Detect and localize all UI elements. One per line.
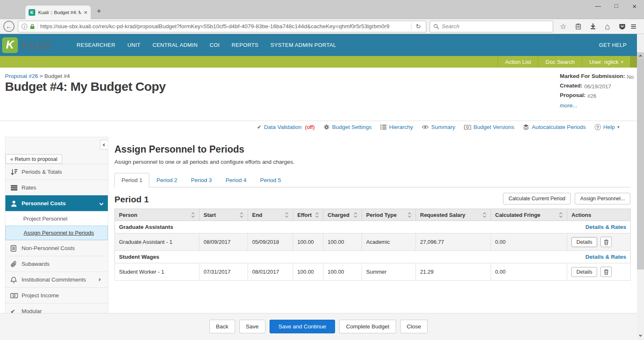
- save-button[interactable]: Save: [239, 320, 265, 333]
- sidebar-item-periods-totals[interactable]: Periods & Totals: [5, 164, 108, 180]
- hierarchy-button[interactable]: Hierarchy: [380, 124, 413, 130]
- cell-end: 08/01/2017: [248, 263, 293, 281]
- tab-period-4[interactable]: Period 4: [226, 173, 246, 187]
- browser-tab[interactable]: K Kuali :: Budget #4: My Budg ×: [25, 5, 91, 19]
- nav-item-reports[interactable]: REPORTS: [232, 42, 259, 48]
- help-menu[interactable]: ? Help ▾: [595, 124, 620, 130]
- site-info-icon[interactable]: i: [22, 24, 27, 29]
- cell-requested-salary: 21.29: [416, 263, 491, 281]
- sidebar-item-institutional-commitments[interactable]: Institutional Commitments: [5, 272, 108, 287]
- tab-period-5[interactable]: Period 5: [260, 173, 281, 187]
- sidebar-item-personnel-costs[interactable]: Personnel Costs: [5, 195, 108, 211]
- breadcrumb-current: Budget #4: [44, 73, 70, 79]
- nav-item-system-admin-portal[interactable]: SYSTEM ADMIN PORTAL: [270, 42, 336, 48]
- kuali-navbar: K Kuali RESEARCHER UNIT CENTRAL ADMIN CO…: [0, 34, 637, 56]
- menu-hamburger-icon[interactable]: ≡: [631, 22, 637, 30]
- window-minimize-button[interactable]: —: [594, 2, 602, 11]
- window-maximize-button[interactable]: □: [612, 2, 620, 11]
- nav-item-researcher[interactable]: RESEARCHER: [77, 42, 115, 48]
- home-icon[interactable]: ⌂: [605, 22, 610, 31]
- budget-versions-button[interactable]: Budget Versions: [464, 124, 514, 130]
- scroll-up-button[interactable]: [637, 52, 644, 60]
- vertical-scrollbar[interactable]: [637, 34, 644, 340]
- search-input[interactable]: [442, 23, 549, 29]
- col-person[interactable]: Person: [115, 209, 199, 221]
- pocket-icon[interactable]: [619, 23, 626, 30]
- sidebar-item-non-personnel-costs[interactable]: Non-Personnel Costs: [5, 240, 108, 256]
- sort-amount-icon: [10, 169, 22, 175]
- tab-close-icon[interactable]: ×: [84, 9, 87, 15]
- calculate-current-period-button[interactable]: Calculate Current Period: [503, 193, 571, 204]
- sidebar-item-label: Project Personnel: [23, 216, 68, 222]
- col-requested-salary[interactable]: Requested Salary: [416, 209, 491, 221]
- new-tab-button[interactable]: +: [97, 7, 101, 16]
- sidebar-collapse-button[interactable]: [100, 140, 108, 150]
- kuali-logo[interactable]: K Kuali: [2, 37, 51, 53]
- details-rates-link[interactable]: Details & Rates: [586, 254, 626, 260]
- tab-period-2[interactable]: Period 2: [156, 173, 177, 187]
- doc-search-link[interactable]: Doc Search: [538, 56, 582, 68]
- url-text[interactable]: https://siue-sbx.kuali.co/res/kc-pd-krad…: [40, 23, 408, 29]
- col-charged[interactable]: Charged: [323, 209, 362, 221]
- col-calculated-fringe[interactable]: Calculated Fringe: [491, 209, 567, 221]
- sidebar-item-subawards[interactable]: Subawards: [5, 256, 108, 272]
- meta-value-marked: No: [627, 74, 634, 80]
- reading-list-icon[interactable]: [575, 23, 581, 30]
- summary-button[interactable]: Summary: [422, 124, 455, 130]
- action-bar: Action List Doc Search User: nglick ▾: [0, 56, 637, 68]
- return-to-proposal-button[interactable]: « Return to proposal: [5, 154, 62, 164]
- col-period-type[interactable]: Period Type: [362, 209, 416, 221]
- search-box[interactable]: [430, 21, 553, 32]
- data-validation-button[interactable]: ✔ Data Validation (off): [257, 124, 315, 130]
- col-effort[interactable]: Effort: [293, 209, 323, 221]
- scroll-down-button[interactable]: [637, 332, 644, 339]
- sidebar-item-rates[interactable]: Rates: [5, 180, 108, 195]
- details-rates-link[interactable]: Details & Rates: [586, 224, 626, 230]
- delete-button[interactable]: [600, 237, 612, 247]
- chevron-right-icon: [98, 278, 101, 281]
- scrollbar-thumb[interactable]: [637, 60, 644, 270]
- url-bar[interactable]: i https://siue-sbx.kuali.co/res/kc-pd-kr…: [18, 21, 426, 32]
- assign-personnel-button[interactable]: Assign Personnel...: [575, 193, 630, 204]
- details-button[interactable]: Details: [571, 237, 597, 247]
- get-help-link[interactable]: GET HELP: [599, 42, 627, 48]
- summary-label: Summary: [431, 124, 455, 130]
- bookmark-star-icon[interactable]: ☆: [560, 23, 566, 30]
- budget-settings-label: Budget Settings: [332, 124, 372, 130]
- eye-icon: [422, 125, 429, 129]
- sidebar-item-project-income[interactable]: Project Income: [5, 287, 108, 303]
- delete-button[interactable]: [600, 267, 612, 277]
- sidebar-item-assign-personnel-to-periods[interactable]: Assign Personnel to Periods: [5, 226, 108, 240]
- nav-item-unit[interactable]: UNIT: [127, 42, 141, 48]
- page-title: Budget #4: My Budget Copy: [5, 80, 166, 94]
- autocalculate-periods-button[interactable]: Autocalculate Periods: [523, 124, 586, 130]
- sort-icon: [559, 212, 563, 218]
- col-start[interactable]: Start: [199, 209, 248, 221]
- more-link[interactable]: more...: [560, 102, 577, 109]
- sidebar-item-label: Rates: [22, 185, 36, 191]
- details-button[interactable]: Details: [571, 267, 597, 277]
- budget-settings-button[interactable]: Budget Settings: [323, 124, 372, 130]
- close-button[interactable]: Close: [400, 320, 428, 333]
- cell-requested-salary: 27,096.77: [416, 233, 491, 251]
- complete-budget-button[interactable]: Complete Budget: [339, 320, 396, 333]
- group-name: Student Wages: [119, 254, 159, 260]
- back-button[interactable]: Back: [209, 320, 235, 333]
- sidebar-item-project-personnel[interactable]: Project Personnel: [5, 211, 108, 226]
- col-end[interactable]: End: [248, 209, 293, 221]
- nav-item-central-admin[interactable]: CENTRAL ADMIN: [153, 42, 198, 48]
- back-button[interactable]: ←: [3, 21, 15, 32]
- tab-period-3[interactable]: Period 3: [191, 173, 212, 187]
- paperclip-icon: [10, 261, 22, 267]
- downloads-icon[interactable]: [590, 23, 596, 29]
- user-menu[interactable]: User: nglick ▾: [582, 56, 630, 68]
- breadcrumb-proposal-link[interactable]: Proposal #26: [5, 73, 38, 79]
- reload-icon[interactable]: ↻: [414, 23, 423, 30]
- cell-period-type: Summer: [362, 263, 416, 281]
- tab-period-1[interactable]: Period 1: [114, 173, 149, 187]
- nav-item-coi[interactable]: COI: [210, 42, 220, 48]
- window-close-button[interactable]: ×: [631, 2, 638, 11]
- save-and-continue-button[interactable]: Save and Continue: [270, 320, 335, 333]
- action-list-link[interactable]: Action List: [498, 56, 538, 68]
- cell-charged: 100.00: [323, 233, 362, 251]
